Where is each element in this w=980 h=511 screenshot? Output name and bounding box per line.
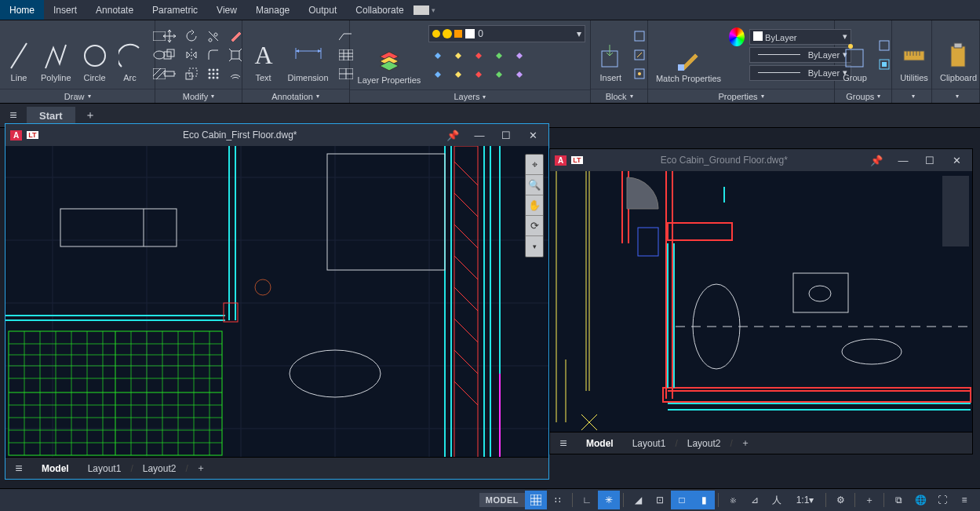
maximize-icon[interactable]: ☐ xyxy=(495,130,517,141)
edit-attr-icon[interactable] xyxy=(630,65,649,82)
tab-layout2[interactable]: Layout2 xyxy=(133,459,186,478)
scale-dropdown[interactable]: 1:1 ▾ xyxy=(788,491,822,509)
window-titlebar[interactable]: A LT Eco Cabin_First Floor.dwg* 📌 — ☐ ✕ xyxy=(5,124,548,146)
tab-model[interactable]: Model xyxy=(32,459,78,478)
mirror-icon[interactable] xyxy=(182,46,201,64)
tab-model[interactable]: Model xyxy=(577,434,623,453)
menu-parametric[interactable]: Parametric xyxy=(143,0,207,20)
tab-layout2[interactable]: Layout2 xyxy=(678,434,730,453)
layer-walk-icon[interactable] xyxy=(469,64,488,82)
circle-button[interactable]: Circle xyxy=(79,26,111,84)
layer-match-icon[interactable] xyxy=(510,46,529,63)
start-tab[interactable]: Start xyxy=(27,107,75,125)
ui-lock-icon[interactable]: ⧉ xyxy=(887,491,909,509)
menu-featured-apps[interactable]: ▾ xyxy=(413,0,435,20)
maximize-icon[interactable]: ☐ xyxy=(919,155,941,166)
text-button[interactable]: A Text xyxy=(247,26,280,84)
insert-button[interactable]: Insert xyxy=(596,26,625,84)
layer-off-icon[interactable] xyxy=(428,46,447,63)
layer-lock2-icon[interactable] xyxy=(490,46,508,63)
annovisibility-icon[interactable]: 人 xyxy=(766,491,788,509)
ungroup-icon[interactable] xyxy=(875,37,894,54)
panel-utilities-label[interactable]: ▾ xyxy=(892,89,931,103)
dimension-button[interactable]: Dimension xyxy=(285,26,332,84)
layer-state-icon[interactable] xyxy=(449,64,468,82)
add-layout-button[interactable]: ＋ xyxy=(188,458,213,478)
ortho-icon[interactable]: ∟ xyxy=(576,491,598,509)
window-titlebar[interactable]: A LT Eco Cabin_Ground Floor.dwg* 📌 — ☐ ✕ xyxy=(550,149,972,171)
osnap-icon[interactable]: □ xyxy=(671,491,693,509)
drawing-canvas[interactable] xyxy=(550,171,972,432)
nav-pan-icon[interactable]: ✋ xyxy=(526,195,543,216)
layer-iso-icon[interactable] xyxy=(449,46,468,63)
array-icon[interactable] xyxy=(204,65,223,82)
isodraft-icon[interactable]: ◢ xyxy=(627,491,649,509)
layer-del-icon[interactable] xyxy=(510,64,529,82)
pin-icon[interactable]: 📌 xyxy=(442,130,464,141)
menu-collaborate[interactable]: Collaborate xyxy=(346,0,413,20)
scale-icon[interactable] xyxy=(182,65,201,82)
layer-merge-icon[interactable] xyxy=(490,64,508,82)
arc-button[interactable]: Arc xyxy=(115,26,145,84)
match-properties-button[interactable]: Match Properties xyxy=(653,24,724,86)
panel-properties-label[interactable]: Properties▾ xyxy=(648,89,834,103)
current-layer-dropdown[interactable]: 0 ▾ xyxy=(428,25,585,42)
autosnap-icon[interactable]: ⊡ xyxy=(649,491,671,509)
modelspace-toggle[interactable]: MODEL xyxy=(479,493,525,507)
tab-layout1[interactable]: Layout1 xyxy=(78,459,131,478)
menu-annotate[interactable]: Annotate xyxy=(86,0,143,20)
rotate-icon[interactable] xyxy=(182,27,201,45)
edit-block-icon[interactable] xyxy=(630,46,649,64)
isolate-icon[interactable]: 🌐 xyxy=(909,491,931,509)
gear-icon[interactable]: ⚙ xyxy=(829,491,851,509)
layer-properties-button[interactable]: Layer Properties xyxy=(355,25,424,86)
menu-output[interactable]: Output xyxy=(299,0,346,20)
copy-icon[interactable] xyxy=(160,46,179,64)
drawing-canvas[interactable]: ⌖ 🔍 ✋ ⟳ ▾ xyxy=(5,146,548,457)
menu-view[interactable]: View xyxy=(207,0,246,20)
panel-block-label[interactable]: Block▾ xyxy=(591,89,647,103)
tab-layout1[interactable]: Layout1 xyxy=(623,434,676,453)
menu-manage[interactable]: Manage xyxy=(246,0,299,20)
cleanscreen-icon[interactable]: ⛶ xyxy=(931,491,953,509)
add-layout-button[interactable]: ＋ xyxy=(733,433,758,453)
snap-mode-icon[interactable]: ∷ xyxy=(547,491,569,509)
color-wheel-icon[interactable] xyxy=(729,29,745,45)
nav-orbit-icon[interactable]: ⟳ xyxy=(526,216,543,236)
panel-clipboard-label[interactable]: ▾ xyxy=(932,89,979,103)
layer-freeze2-icon[interactable] xyxy=(469,46,488,63)
menu-home[interactable]: Home xyxy=(0,0,44,20)
measure-button[interactable]: Utilities xyxy=(897,26,931,84)
nav-more-icon[interactable]: ▾ xyxy=(526,236,543,257)
quickprops-icon[interactable]: ＋ xyxy=(858,491,880,509)
panel-modify-label[interactable]: Modify▾ xyxy=(155,89,241,103)
panel-annotation-label[interactable]: Annotation▾ xyxy=(242,89,349,103)
customize-icon[interactable]: ≡ xyxy=(953,491,975,509)
polyline-button[interactable]: Polyline xyxy=(38,26,75,84)
stretch-icon[interactable] xyxy=(160,65,179,82)
polar-icon[interactable]: ✳ xyxy=(598,491,620,509)
lwt-icon[interactable]: ▮ xyxy=(693,491,715,509)
trim-icon[interactable] xyxy=(204,27,223,45)
menu-insert[interactable]: Insert xyxy=(44,0,86,20)
fillet-icon[interactable] xyxy=(204,46,223,64)
create-block-icon[interactable] xyxy=(630,27,649,45)
group-edit-icon[interactable] xyxy=(875,56,894,73)
group-button[interactable]: Group xyxy=(840,26,870,84)
close-icon[interactable]: ✕ xyxy=(945,155,967,166)
annoscale-icon[interactable]: ⊿ xyxy=(744,491,766,509)
paste-button[interactable]: Clipboard xyxy=(937,26,980,84)
grid-display-icon[interactable] xyxy=(525,491,547,509)
nav-compass-icon[interactable]: ⌖ xyxy=(526,155,543,175)
layer-prev-icon[interactable] xyxy=(428,64,447,82)
nav-zoom-icon[interactable]: 🔍 xyxy=(526,175,543,195)
line-button[interactable]: Line xyxy=(5,26,33,84)
panel-layers-label[interactable]: Layers▾ xyxy=(350,89,591,103)
annomonitor-icon[interactable]: ⨳ xyxy=(722,491,744,509)
panel-groups-label[interactable]: Groups▾ xyxy=(835,89,891,103)
layout-menu-icon[interactable]: ≡ xyxy=(550,436,577,451)
minimize-icon[interactable]: — xyxy=(468,130,490,141)
pin-icon[interactable]: 📌 xyxy=(865,155,887,166)
layout-menu-icon[interactable]: ≡ xyxy=(5,462,32,476)
close-icon[interactable]: ✕ xyxy=(522,130,544,141)
